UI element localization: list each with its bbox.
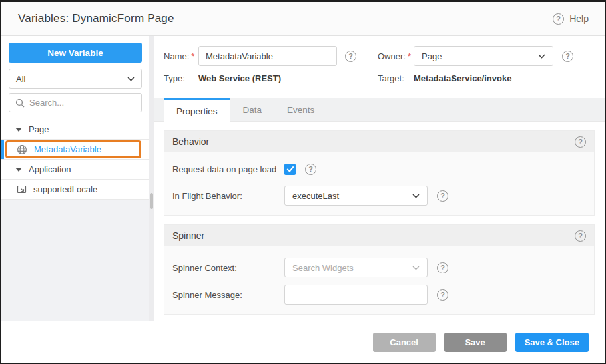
help-icon: ?	[553, 13, 564, 25]
tree-item-label: supportedLocale	[33, 184, 97, 194]
behavior-section: Behavior ? Request data on page load ? I…	[164, 130, 595, 216]
type-value: Web Service (REST)	[198, 73, 281, 83]
dialog-body: New Variable All Page	[1, 36, 605, 321]
save-and-close-button[interactable]: Save & Close	[515, 333, 589, 352]
in-flight-help-icon[interactable]: ?	[437, 190, 448, 202]
spinner-message-row: Spinner Message: ?	[172, 285, 586, 305]
dialog-title: Variables: DynamicForm Page	[18, 12, 174, 25]
spinner-message-help-icon[interactable]: ?	[437, 289, 448, 301]
request-data-label: Request data on page load	[172, 164, 284, 174]
behavior-section-header: Behavior ?	[164, 131, 594, 152]
name-owner-row: Name:* ? Owner:* Page ?	[164, 46, 595, 66]
name-input[interactable]	[198, 46, 337, 66]
type-target-row: Type: Web Service (REST) Target: Metadat…	[164, 73, 595, 83]
sidebar-scrollbar[interactable]	[149, 36, 154, 321]
tree-group-application[interactable]: Application	[1, 160, 149, 180]
new-variable-button[interactable]: New Variable	[9, 43, 142, 63]
behavior-help-icon[interactable]: ?	[575, 136, 586, 148]
owner-value: Page	[422, 51, 442, 61]
scrollbar-thumb[interactable]	[150, 193, 153, 209]
globe-icon	[17, 144, 27, 155]
variables-dialog: Variables: DynamicForm Page ? Help New V…	[0, 0, 606, 364]
spinner-context-select[interactable]: Search Widgets	[284, 258, 428, 277]
target-label: Target:	[378, 73, 414, 83]
tab-data[interactable]: Data	[230, 98, 275, 121]
in-flight-select[interactable]: executeLast	[284, 186, 428, 206]
spinner-context-placeholder: Search Widgets	[292, 263, 354, 273]
chevron-down-icon	[127, 77, 135, 81]
chevron-down-icon	[412, 266, 420, 270]
chevron-down-icon	[412, 194, 420, 198]
collapse-caret-icon	[15, 168, 22, 172]
help-button[interactable]: ? Help	[553, 13, 589, 25]
sidebar-empty-area	[1, 200, 149, 321]
name-field-slot: ?	[198, 46, 378, 66]
variables-tree: Page MetadataVariable	[1, 120, 149, 200]
tab-properties[interactable]: Properties	[164, 98, 230, 122]
search-input[interactable]	[29, 98, 135, 108]
cancel-button[interactable]: Cancel	[373, 333, 436, 352]
in-flight-label: In Flight Behavior:	[172, 191, 284, 201]
request-data-checkbox[interactable]	[284, 164, 296, 175]
variables-sidebar: New Variable All Page	[1, 36, 149, 321]
spinner-context-row: Spinner Context: Search Widgets ?	[172, 258, 586, 277]
required-asterisk: *	[408, 51, 411, 61]
spinner-section-title: Spinner	[172, 230, 204, 241]
collapse-caret-icon	[15, 128, 22, 132]
behavior-section-body: Request data on page load ? In Flight Be…	[164, 152, 594, 215]
in-flight-row: In Flight Behavior: executeLast ?	[172, 186, 586, 206]
tree-group-label: Page	[29, 124, 49, 134]
properties-tab-content: Behavior ? Request data on page load ? I…	[154, 122, 605, 321]
editor-tabs: Properties Data Events	[154, 98, 605, 122]
tab-events[interactable]: Events	[274, 98, 327, 121]
help-label: Help	[569, 13, 589, 24]
spinner-message-label: Spinner Message:	[172, 290, 284, 300]
variable-editor-panel: Name:* ? Owner:* Page ?	[154, 36, 605, 321]
spinner-message-input[interactable]	[284, 285, 428, 305]
spinner-section-header: Spinner ?	[164, 225, 594, 246]
tree-item-metadatavariable[interactable]: MetadataVariable	[1, 140, 149, 160]
tree-group-label: Application	[29, 164, 71, 174]
locale-variable-icon	[17, 184, 27, 194]
selected-indicator-bar	[1, 140, 4, 159]
spinner-help-icon[interactable]: ?	[575, 230, 586, 242]
request-data-row: Request data on page load ?	[172, 164, 586, 175]
spinner-section-body: Spinner Context: Search Widgets ? Spinne…	[164, 246, 594, 314]
search-icon	[15, 98, 25, 108]
spinner-section: Spinner ? Spinner Context: Search Widget…	[164, 224, 595, 315]
spinner-context-label: Spinner Context:	[172, 263, 284, 273]
dialog-titlebar: Variables: DynamicForm Page ? Help	[1, 2, 605, 36]
variable-filter-value: All	[16, 74, 25, 84]
name-label: Name:*	[164, 51, 198, 61]
dialog-footer: Cancel Save Save & Close	[1, 321, 605, 363]
variable-filter-select[interactable]: All	[9, 69, 142, 89]
save-button[interactable]: Save	[444, 333, 507, 352]
variable-header-form: Name:* ? Owner:* Page ?	[154, 36, 605, 83]
tree-item-supportedlocale[interactable]: supportedLocale	[1, 180, 149, 200]
target-value: MetadataService/invoke	[414, 73, 511, 83]
behavior-section-title: Behavior	[172, 136, 209, 147]
type-label: Type:	[164, 73, 198, 83]
owner-help-icon[interactable]: ?	[562, 51, 573, 62]
owner-select[interactable]: Page	[414, 46, 553, 66]
spinner-context-help-icon[interactable]: ?	[437, 262, 448, 273]
variable-search	[9, 93, 142, 112]
required-asterisk: *	[191, 51, 194, 61]
in-flight-value: executeLast	[292, 191, 339, 201]
owner-label: Owner:*	[378, 51, 414, 61]
tree-group-page[interactable]: Page	[1, 120, 149, 140]
sidebar-controls: New Variable All	[1, 36, 149, 116]
chevron-down-icon	[538, 54, 545, 59]
name-help-icon[interactable]: ?	[345, 51, 356, 62]
tree-item-label: MetadataVariable	[34, 144, 101, 154]
request-data-help-icon[interactable]: ?	[305, 164, 316, 175]
